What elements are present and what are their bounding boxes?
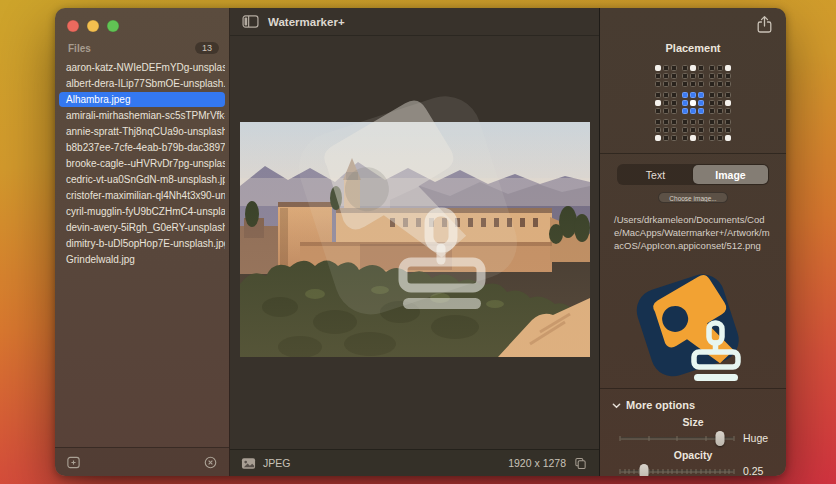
zoom-window-button[interactable]: [107, 20, 119, 32]
opacity-slider-row: 0.25: [600, 461, 786, 476]
window-title: Watermarker+: [268, 16, 345, 28]
file-list: aaron-katz-NWIeDEFmYDg-unsplash.jpgalber…: [55, 57, 229, 447]
files-header: Files 13: [55, 36, 229, 57]
file-row[interactable]: dimitry-b-uDl5opHop7E-unsplash.jpg: [59, 236, 225, 251]
opacity-value: 0.25: [734, 465, 776, 476]
watermark-image-thumbnail: [633, 268, 753, 388]
more-options-section: More options Size Huge Opacity 0.25: [600, 389, 786, 476]
placement-option-0-2[interactable]: [709, 65, 731, 87]
size-slider-row: Huge: [600, 428, 786, 446]
placement-option-0-0[interactable]: [655, 65, 677, 87]
placement-option-1-2[interactable]: [709, 92, 731, 114]
close-window-button[interactable]: [67, 20, 79, 32]
file-row[interactable]: albert-dera-ILip77SbmOE-unsplash.jpg: [59, 76, 225, 91]
placement-option-2-2[interactable]: [709, 119, 731, 141]
placement-title: Placement: [600, 42, 786, 54]
placement-option-1-1[interactable]: [682, 92, 704, 114]
clear-files-icon[interactable]: [203, 455, 218, 470]
files-title: Files: [68, 43, 91, 54]
placement-option-0-1[interactable]: [682, 65, 704, 87]
size-slider[interactable]: [620, 430, 734, 446]
photo-format-icon: [241, 457, 256, 470]
main-statusbar: JPEG 1920 x 1278: [230, 449, 599, 476]
main-area: Watermarker+: [230, 8, 600, 476]
image-dimensions-label: 1920 x 1278: [508, 457, 566, 469]
app-window: Files 13 aaron-katz-NWIeDEFmYDg-unsplash…: [55, 8, 786, 476]
opacity-label: Opacity: [600, 449, 786, 461]
toggle-sidebar-icon[interactable]: [242, 15, 259, 28]
more-options-label: More options: [626, 399, 695, 411]
sidebar-footer: [55, 447, 229, 476]
more-options-toggle[interactable]: More options: [600, 397, 786, 413]
sidebar: Files 13 aaron-katz-NWIeDEFmYDg-unsplash…: [55, 8, 230, 476]
file-row[interactable]: aaron-katz-NWIeDEFmYDg-unsplash.jpg: [59, 60, 225, 75]
chevron-down-icon: [612, 401, 621, 410]
image-format-label: JPEG: [263, 457, 290, 469]
tab-image[interactable]: Image: [693, 165, 768, 184]
placement-option-2-0[interactable]: [655, 119, 677, 141]
settings-panel: Placement Text Image Choose image... /Us…: [600, 8, 786, 476]
watermark-config-section: Text Image Choose image... /Users/drkame…: [600, 154, 786, 389]
file-row[interactable]: amirali-mirhashemian-sc5sTPMrVfk-uns...: [59, 108, 225, 123]
desktop-background: Files 13 aaron-katz-NWIeDEFmYDg-unsplash…: [0, 0, 836, 484]
tab-text[interactable]: Text: [618, 165, 693, 184]
file-row[interactable]: cyril-mugglin-fyU9bCZHmC4-unsplash...: [59, 204, 225, 219]
file-row[interactable]: b8b237ee-7cfe-4eab-b79b-dac389707...: [59, 140, 225, 155]
minimize-window-button[interactable]: [87, 20, 99, 32]
size-value: Huge: [734, 432, 776, 444]
file-row[interactable]: brooke-cagle--uHVRvDr7pg-unsplash.jpg: [59, 156, 225, 171]
add-files-icon[interactable]: [66, 455, 81, 470]
main-toolbar: Watermarker+: [230, 8, 599, 36]
image-preview-area: [230, 36, 599, 449]
opacity-slider-thumb[interactable]: [639, 464, 648, 476]
file-row[interactable]: devin-avery-5iRgh_G0eRY-unsplash.jpg: [59, 220, 225, 235]
file-row[interactable]: cristofer-maximilian-ql4Nh4t3x90-unsp...: [59, 188, 225, 203]
share-icon[interactable]: [756, 15, 773, 34]
opacity-slider[interactable]: [620, 463, 734, 476]
file-row[interactable]: Grindelwald.jpg: [59, 252, 225, 267]
file-row[interactable]: Alhambra.jpeg: [59, 92, 225, 107]
choose-image-button[interactable]: Choose image...: [658, 192, 728, 203]
copy-dimensions-icon[interactable]: [573, 457, 588, 470]
selected-photo-preview: [240, 122, 590, 357]
placement-option-1-0[interactable]: [655, 92, 677, 114]
watermark-image-path: /Users/drkameleon/Documents/Code/MacApps…: [614, 213, 772, 252]
watermark-type-segmented-control: Text Image: [617, 164, 769, 185]
size-label: Size: [600, 416, 786, 428]
file-row[interactable]: cedric-vt-ua0SnGdN-m8-unsplash.jpg: [59, 172, 225, 187]
placement-grid: [655, 65, 731, 141]
files-count-badge: 13: [195, 42, 219, 54]
window-controls: [55, 8, 229, 36]
size-slider-thumb[interactable]: [716, 431, 725, 446]
file-row[interactable]: annie-spratt-Thj8nqCUa9o-unsplash.jpg: [59, 124, 225, 139]
placement-option-2-1[interactable]: [682, 119, 704, 141]
